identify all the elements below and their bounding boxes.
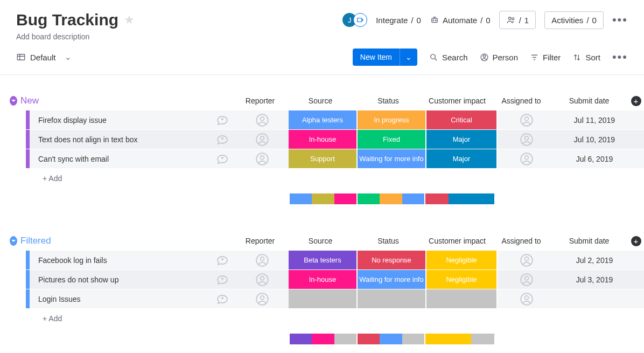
col-reporter[interactable]: Reporter	[234, 96, 286, 105]
col-date[interactable]: Submit date	[550, 96, 628, 105]
chat-icon[interactable]	[209, 130, 236, 149]
collapse-toggle[interactable]	[10, 236, 17, 246]
group-title[interactable]: New	[20, 95, 234, 106]
chevron-down-icon: ⌄	[65, 52, 72, 62]
assigned-cell[interactable]	[498, 289, 556, 308]
reporter-cell[interactable]	[236, 251, 289, 269]
item-name-cell[interactable]: Pictures do not show up	[30, 270, 209, 289]
col-reporter[interactable]: Reporter	[234, 237, 286, 245]
status-cell[interactable]: In progress	[358, 110, 425, 129]
chat-icon[interactable]	[209, 149, 236, 168]
toolbar-more-icon[interactable]: •••	[612, 50, 628, 64]
chat-icon[interactable]	[209, 251, 236, 269]
reporter-cell[interactable]	[236, 110, 289, 129]
col-impact[interactable]: Customer impact	[422, 96, 492, 105]
date-cell[interactable]: Jul 10, 2019	[556, 130, 633, 149]
activities-button[interactable]: Activities / 0	[544, 11, 604, 29]
impact-cell[interactable]	[426, 289, 496, 308]
source-cell[interactable]: Alpha testers	[289, 110, 356, 129]
source-cell[interactable]: Beta testers	[289, 251, 356, 269]
activities-label: Activities	[551, 16, 583, 25]
reporter-cell[interactable]	[236, 270, 289, 289]
add-item-button[interactable]: + Add	[30, 314, 236, 323]
add-item-button[interactable]: + Add	[30, 174, 236, 183]
row-end	[633, 289, 644, 308]
add-column-button[interactable]: +	[631, 96, 641, 106]
svg-point-3	[435, 20, 436, 21]
impact-summary	[425, 334, 494, 344]
person-button[interactable]: Person	[480, 53, 519, 62]
impact-cell[interactable]: Critical	[426, 110, 496, 129]
collapse-toggle[interactable]	[10, 96, 17, 106]
filter-button[interactable]: Filter	[530, 53, 561, 62]
source-cell[interactable]: Support	[289, 149, 356, 168]
add-column-button[interactable]: +	[631, 236, 641, 246]
svg-point-19	[261, 155, 264, 159]
source-cell[interactable]: In-house	[289, 130, 356, 149]
impact-cell[interactable]: Negligible	[426, 270, 496, 289]
col-impact[interactable]: Customer impact	[422, 237, 492, 245]
item-name-cell[interactable]: Login Issues	[30, 289, 209, 308]
source-cell[interactable]: In-house	[289, 270, 356, 289]
reporter-cell[interactable]	[236, 289, 289, 308]
status-cell[interactable]	[358, 289, 425, 308]
more-menu-icon[interactable]: •••	[612, 13, 628, 27]
col-date[interactable]: Submit date	[550, 237, 628, 245]
svg-point-21	[525, 155, 529, 159]
board-title[interactable]: Bug Tracking	[16, 11, 118, 29]
col-status[interactable]: Status	[354, 96, 422, 105]
svg-point-27	[261, 276, 264, 280]
star-icon[interactable]: ★	[124, 13, 135, 27]
row-end	[633, 251, 644, 269]
new-item-button[interactable]: New Item ⌄	[353, 49, 417, 66]
search-button[interactable]: Search	[429, 53, 468, 62]
assigned-cell[interactable]	[498, 149, 556, 168]
svg-point-9	[483, 55, 485, 57]
col-status[interactable]: Status	[354, 237, 422, 245]
members-button[interactable]: / 1	[499, 11, 536, 29]
status-cell[interactable]: Waiting for more info	[358, 149, 425, 168]
impact-cell[interactable]: Negligible	[426, 251, 496, 269]
impact-cell[interactable]: Major	[426, 149, 496, 168]
chat-icon[interactable]	[209, 270, 236, 289]
status-cell[interactable]: Waiting for more info	[358, 270, 425, 289]
automate-link[interactable]: Automate / 0	[430, 15, 491, 25]
row-stripe	[26, 149, 30, 168]
date-cell[interactable]: Jul 6, 2019	[556, 149, 633, 168]
status-cell[interactable]: No response	[358, 251, 425, 269]
chat-icon[interactable]	[209, 289, 236, 308]
date-cell[interactable]: Jul 2, 2019	[556, 251, 633, 269]
view-selector[interactable]: Default ⌄	[16, 52, 72, 62]
col-source[interactable]: Source	[286, 96, 354, 105]
item-name-cell[interactable]: Text does not align in text box	[30, 130, 209, 149]
assigned-cell[interactable]	[498, 110, 556, 129]
group-title[interactable]: Filtered	[20, 236, 234, 246]
reporter-cell[interactable]	[236, 130, 289, 149]
item-name-cell[interactable]: Can't sync with email	[30, 149, 209, 168]
assigned-cell[interactable]	[498, 270, 556, 289]
impact-summary	[425, 193, 494, 204]
svg-point-4	[508, 17, 511, 20]
date-cell[interactable]: Jul 11, 2019	[556, 110, 633, 129]
integrate-link[interactable]: Integrate / 0	[376, 16, 421, 25]
board-avatars[interactable]: J	[342, 13, 367, 27]
board-description[interactable]: Add board description	[16, 32, 135, 41]
item-name-cell[interactable]: Facebook log in fails	[30, 251, 209, 269]
date-cell[interactable]: Jul 3, 2019	[556, 270, 633, 289]
item-name-cell[interactable]: Firefox display issue	[30, 110, 209, 129]
col-assigned[interactable]: Assigned to	[492, 96, 550, 105]
reporter-cell[interactable]	[236, 149, 289, 168]
chat-icon[interactable]	[209, 110, 236, 129]
new-item-dropdown[interactable]: ⌄	[400, 49, 417, 66]
col-assigned[interactable]: Assigned to	[492, 237, 550, 245]
assigned-cell[interactable]	[498, 251, 556, 269]
status-cell[interactable]: Fixed	[358, 130, 425, 149]
sort-button[interactable]: Sort	[572, 53, 600, 62]
date-cell[interactable]	[556, 289, 633, 308]
row-end	[633, 130, 644, 149]
col-source[interactable]: Source	[286, 237, 354, 245]
source-cell[interactable]	[289, 289, 356, 308]
table-icon	[16, 52, 26, 62]
impact-cell[interactable]: Major	[426, 130, 496, 149]
assigned-cell[interactable]	[498, 130, 556, 149]
